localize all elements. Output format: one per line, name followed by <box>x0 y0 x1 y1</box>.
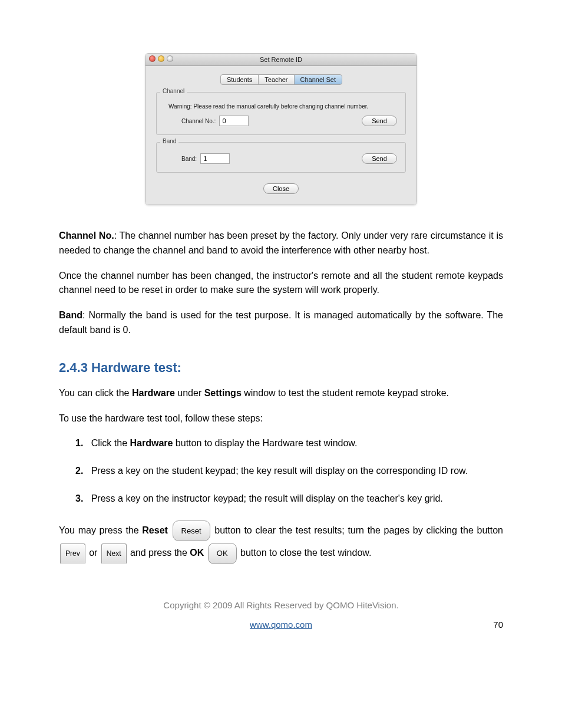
heading-hardware-test: 2.4.3 Hardware test: <box>59 360 503 375</box>
band-send-button[interactable]: Send <box>362 153 397 164</box>
close-icon[interactable] <box>149 55 156 62</box>
reset-inline-button: Reset <box>173 521 210 541</box>
footer-link[interactable]: www.qomo.com <box>250 620 312 630</box>
channel-send-button[interactable]: Send <box>362 116 397 126</box>
step-3: 3. Press a key on the instructor keypad;… <box>75 492 503 506</box>
copyright: Copyright © 2009 All Rights Reserved by … <box>59 600 503 610</box>
page-number: 70 <box>493 620 503 630</box>
minimize-icon[interactable] <box>158 55 164 62</box>
paragraph-steps-intro: To use the hardware test tool, follow th… <box>59 411 503 426</box>
step-1: 1. Click the Hardware button to display … <box>75 436 503 451</box>
band-label: Band: <box>181 156 197 162</box>
channel-no-label: Channel No.: <box>181 118 216 124</box>
set-remote-id-window: Set Remote ID StudentsTeacherChannel Set… <box>145 53 417 205</box>
channel-warning: Warning: Please read the manual carefull… <box>168 103 397 110</box>
tab-students[interactable]: Students <box>220 74 259 85</box>
band-legend: Band <box>160 138 178 144</box>
channel-legend: Channel <box>160 88 187 94</box>
next-inline-button: Next <box>101 543 127 564</box>
paragraph-channel-no: Channel No.: The channel number has been… <box>59 229 503 258</box>
tab-group: StudentsTeacherChannel Set <box>156 74 406 85</box>
paragraph-hardware-intro: You can click the Hardware under Setting… <box>59 386 503 401</box>
close-button[interactable]: Close <box>263 183 299 194</box>
paragraph-buttons: You may press the Reset Reset button to … <box>59 519 503 565</box>
band-group: Band Band: Send <box>156 142 406 173</box>
paragraph-reset-note: Once the channel number has been changed… <box>59 269 503 298</box>
window-title: Set Remote ID <box>260 56 302 63</box>
step-2: 2. Press a key on the student keypad; th… <box>75 464 503 479</box>
channel-no-input[interactable] <box>219 116 249 126</box>
band-input[interactable] <box>200 153 230 164</box>
paragraph-band: Band: Normally the band is used for the … <box>59 308 503 338</box>
prev-inline-button: Prev <box>60 543 85 564</box>
channel-group: Channel Warning: Please read the manual … <box>156 92 406 135</box>
zoom-icon[interactable] <box>167 55 173 62</box>
ok-inline-button: OK <box>208 543 237 564</box>
window-titlebar: Set Remote ID <box>146 54 416 66</box>
tab-channel-set[interactable]: Channel Set <box>294 74 343 85</box>
tab-teacher[interactable]: Teacher <box>258 74 294 85</box>
